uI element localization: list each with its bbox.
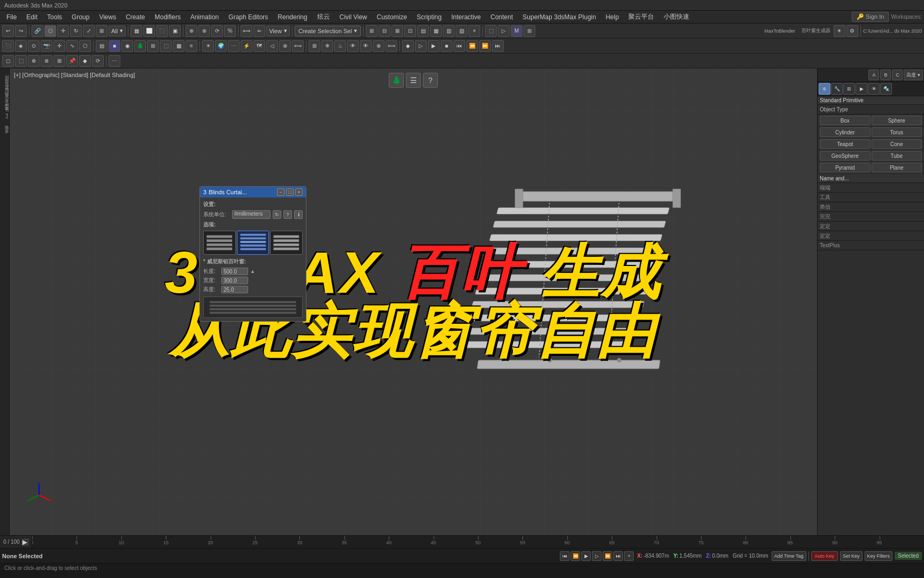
max-to-blender-btn[interactable]: MaxToBlender — [761, 28, 798, 34]
obj-type-sphere[interactable]: Sphere — [872, 116, 922, 125]
status-prev-key[interactable]: ⏪ — [571, 551, 580, 561]
create-selection-btn[interactable]: Create Selection Sel ▾ — [295, 26, 361, 36]
ref-coord-btn[interactable]: ⊞ — [96, 25, 107, 37]
quick-align-btn[interactable]: ⟺ — [292, 40, 304, 52]
mirror-diag-btn[interactable]: ⟺ — [386, 40, 397, 52]
map-path-btn[interactable]: 🗺 — [253, 40, 265, 52]
view-dropdown[interactable]: View ▾ — [266, 26, 290, 36]
rpanel-tab-display[interactable]: 👁 — [868, 83, 880, 95]
anim-path-btn[interactable]: ⟳ — [92, 55, 104, 67]
status-play-sel[interactable]: ▷ — [592, 551, 602, 561]
select-obj-btn[interactable]: 🔗 — [32, 25, 43, 37]
preview-thumb-2[interactable] — [237, 231, 270, 255]
rpanel-tab-hierarchy[interactable]: ⊞ — [843, 83, 855, 95]
viewport-help-icon[interactable]: ? — [423, 73, 438, 88]
sidebar-extra3[interactable]: 染 — [1, 96, 9, 98]
viewport-list-icon[interactable]: ☰ — [406, 73, 421, 88]
prop-btn[interactable]: ▩ — [173, 40, 184, 52]
sign-in-btn[interactable]: 🔑 Sign In — [852, 12, 889, 22]
status-play[interactable]: ▶ — [581, 551, 591, 561]
goto-end-btn[interactable]: ⏭ — [492, 40, 504, 52]
rpanel-tab-create[interactable]: ⊕ — [819, 83, 830, 95]
align-btn[interactable]: ⇐ — [253, 25, 265, 37]
sun-pos-btn[interactable]: ☀ — [202, 40, 214, 52]
menu-civil-view[interactable]: Civil View — [335, 12, 372, 22]
create-space-warp-btn[interactable]: ∿ — [66, 40, 78, 52]
render-setup-btn[interactable]: ⬚ — [485, 25, 497, 37]
status-goto-start[interactable]: ⏮ — [560, 551, 569, 561]
sidebar-hierarchy[interactable]: 质 — [1, 77, 9, 79]
anim-key-btn[interactable]: ◆ — [79, 55, 91, 67]
snap-toggle-btn[interactable]: ⊗ — [198, 25, 210, 37]
more-tools-btn[interactable]: ⋯ — [109, 55, 120, 67]
hide-sel-btn[interactable]: 👁 — [347, 40, 359, 52]
sidebar-create[interactable]: 创 — [1, 71, 9, 73]
select-btn[interactable]: ⬡ — [44, 25, 56, 37]
menu-file[interactable]: File — [2, 12, 21, 22]
sel-region-btn[interactable]: ⬜ — [143, 25, 155, 37]
menu-help[interactable]: Help — [602, 12, 623, 22]
create-cam-btn[interactable]: 📷 — [41, 40, 52, 52]
play-sel-btn[interactable]: ▶ — [428, 40, 440, 52]
render-btn[interactable]: ▷ — [498, 25, 510, 37]
exp-key-btn[interactable]: ⚡ — [241, 40, 252, 52]
dialog-refresh-btn[interactable]: ↻ — [273, 210, 281, 219]
mat-explorer-btn[interactable]: ◉ — [121, 40, 133, 52]
sidebar-motion[interactable]: 逻 — [1, 80, 9, 82]
rpanel-tab-motion[interactable]: ▶ — [856, 83, 867, 95]
sidebar-extra4[interactable]: 图 — [1, 100, 9, 102]
xview-btn[interactable]: ⬚ — [160, 40, 172, 52]
status-next-key[interactable]: ⏩ — [603, 551, 612, 561]
dialog-width-input[interactable] — [221, 277, 248, 284]
hide-unsel-btn[interactable]: ⊗ — [373, 40, 384, 52]
menu-xuan-yun[interactable]: 炫云 — [313, 11, 334, 22]
status-plus[interactable]: + — [624, 551, 634, 561]
dialog-length-input[interactable] — [221, 268, 248, 275]
menu-scripting[interactable]: Scripting — [412, 12, 446, 22]
sel-filter-btn[interactable]: ⬚ — [15, 55, 27, 67]
prev-key-btn[interactable]: ⏪ — [466, 40, 478, 52]
menu-supermap[interactable]: SuperMap 3dsMax Plugin — [518, 12, 600, 22]
set-key-btn-status[interactable]: Set Key — [840, 551, 863, 561]
rp-zoom-dropdown[interactable]: 高度 ▾ — [904, 70, 923, 80]
menu-content[interactable]: Content — [486, 12, 517, 22]
extra-btn-1[interactable]: ☀ — [834, 25, 845, 37]
menu-group[interactable]: Group — [67, 12, 94, 22]
move-btn[interactable]: ✛ — [57, 25, 69, 37]
sidebar-utilities[interactable]: 模 — [1, 87, 9, 89]
menu-animation[interactable]: Animation — [186, 12, 223, 22]
obj-type-cone[interactable]: Cone — [872, 139, 922, 149]
viewport-tree-icon[interactable]: 🌲 — [389, 73, 404, 88]
working-pivot-btn[interactable]: ⊞ — [53, 55, 65, 67]
freeze-btn[interactable]: ❄ — [321, 40, 333, 52]
dialog-unit-input[interactable]: #millimeters — [232, 210, 271, 219]
menu-views[interactable]: Views — [95, 12, 120, 22]
tb-btn-9[interactable]: × — [468, 25, 480, 37]
percent-snap-btn[interactable]: % — [224, 25, 236, 37]
tb-btn-3[interactable]: ⊠ — [391, 25, 403, 37]
wire-color-btn[interactable]: ■ — [109, 40, 120, 52]
tb-btn-2[interactable]: ⊟ — [379, 25, 390, 37]
obj-type-plane[interactable]: Plane — [872, 163, 922, 172]
menu-edit[interactable]: Edit — [22, 12, 42, 22]
viewport[interactable]: [+] [Orthographic] [Standard] [Default S… — [10, 69, 817, 535]
obj-type-teapot[interactable]: Teapot — [820, 139, 871, 149]
next-key-btn[interactable]: ⏩ — [479, 40, 491, 52]
dialog-restore-btn[interactable]: □ — [286, 188, 294, 196]
filter-btn[interactable]: ▦ — [130, 25, 142, 37]
ribbon-btn[interactable]: ≡ — [186, 40, 197, 52]
obj-type-geo-sphere[interactable]: GeoSphere — [820, 151, 871, 161]
create-shape-btn[interactable]: ◈ — [15, 40, 27, 52]
window-sel-btn[interactable]: ▣ — [169, 25, 181, 37]
walkthrough-btn[interactable]: ⊕ — [279, 40, 291, 52]
preview-thumb-3[interactable] — [270, 231, 303, 255]
status-add-time-tag-btn[interactable]: Add Time Tag — [772, 551, 806, 561]
menu-graph-editors[interactable]: Graph Editors — [224, 12, 272, 22]
angle-snap-btn[interactable]: ⟳ — [211, 25, 223, 37]
menu-customize[interactable]: Customize — [373, 12, 412, 22]
material-editor-btn[interactable]: M — [511, 25, 522, 37]
mirror-btn[interactable]: ⟺ — [241, 25, 252, 37]
rp-btn-c[interactable]: C — [892, 70, 903, 80]
sidebar-display[interactable]: 用 — [1, 83, 9, 86]
tb-btn-5[interactable]: ▤ — [417, 25, 429, 37]
